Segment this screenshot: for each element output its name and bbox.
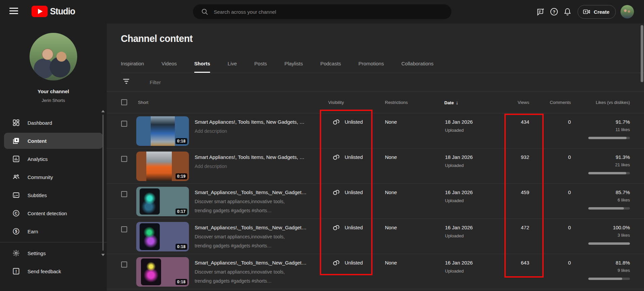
- youtube-play-icon: [32, 6, 48, 17]
- visibility-cell[interactable]: Unlisted: [328, 188, 363, 196]
- video-description[interactable]: Add description: [195, 128, 319, 135]
- unlisted-link-icon: [332, 259, 340, 267]
- header-restrictions[interactable]: Restrictions: [385, 92, 408, 113]
- tab-shorts[interactable]: Shorts: [194, 55, 210, 73]
- video-description[interactable]: Add description: [195, 163, 319, 170]
- thumbnail-image: [141, 258, 161, 285]
- video-info: Smart Appliances!, Tools Items, New Gadg…: [195, 154, 319, 170]
- visibility-cell[interactable]: Unlisted: [328, 118, 363, 126]
- date-value: 16 Jan 2026: [445, 224, 473, 231]
- header-date-sort[interactable]: Date↓: [444, 92, 458, 114]
- sidebar-scrollbar-thumb[interactable]: [102, 115, 104, 251]
- likes-ratio-bar: [588, 207, 630, 210]
- sidebar-item-earn[interactable]: $Earn: [4, 223, 103, 239]
- feedback-comment-icon[interactable]: [534, 5, 547, 18]
- header-likes[interactable]: Likes (vs dislikes): [596, 92, 630, 113]
- sidebar-item-send-feedback[interactable]: !Send feedback: [4, 263, 103, 279]
- visibility-value: Unlisted: [345, 119, 363, 125]
- table-row: 0:18Smart_Appliances!,_Tools_Items,_New_…: [107, 219, 644, 254]
- likes-percent: 81.8%: [588, 259, 630, 267]
- sidebar-scrollbar[interactable]: [101, 110, 105, 256]
- visibility-cell[interactable]: Unlisted: [328, 153, 363, 161]
- video-title[interactable]: Smart Appliances!, Tools Items, New Gadg…: [195, 118, 319, 126]
- sidebar-item-label: Analytics: [28, 156, 48, 162]
- header-visibility[interactable]: Visibility: [328, 92, 344, 113]
- help-icon[interactable]: ?: [547, 5, 561, 18]
- notifications-bell-icon[interactable]: [561, 5, 574, 18]
- youtube-studio-logo[interactable]: Studio: [32, 6, 77, 17]
- tab-collaborations[interactable]: Collaborations: [401, 55, 434, 73]
- unlisted-link-icon: [332, 153, 340, 161]
- create-button[interactable]: Create: [578, 5, 616, 19]
- video-title[interactable]: Smart Appliances!, Tools Items, New Gadg…: [195, 154, 319, 161]
- sidebar-item-content[interactable]: Content: [4, 133, 103, 149]
- row-checkbox[interactable]: [121, 156, 127, 162]
- filter-input[interactable]: Filter: [150, 73, 161, 92]
- date-value: 18 Jan 2026: [445, 154, 473, 161]
- studio-logo-text: Studio: [50, 6, 75, 17]
- visibility-value: Unlisted: [345, 225, 363, 230]
- channel-avatar[interactable]: [30, 33, 77, 80]
- dashboard-icon: [12, 119, 20, 127]
- tab-podcasts[interactable]: Podcasts: [320, 55, 341, 73]
- visibility-value: Unlisted: [345, 189, 363, 195]
- sidebar-item-subtitles[interactable]: Subtitles: [4, 187, 103, 203]
- duration-badge: 0:18: [176, 138, 187, 144]
- video-thumbnail[interactable]: 0:18: [136, 257, 189, 287]
- content-icon: [12, 137, 20, 145]
- visibility-cell[interactable]: Unlisted: [328, 224, 363, 231]
- sidebar-item-analytics[interactable]: Analytics: [4, 151, 103, 167]
- sidebar-item-community[interactable]: Community: [4, 169, 103, 185]
- video-title[interactable]: Smart_Appliances!,_Tools_Items,_New_Gadg…: [195, 259, 319, 267]
- tab-posts[interactable]: Posts: [254, 55, 267, 73]
- video-title[interactable]: Smart_Appliances!,_Tools_Items,_New_Gadg…: [195, 189, 319, 196]
- likes-count: 3 likes: [588, 233, 630, 238]
- search-icon: [201, 8, 208, 15]
- sidebar-item-settings[interactable]: Settings: [4, 245, 103, 261]
- filter-icon[interactable]: [123, 79, 130, 85]
- page-scrollbar-thumb[interactable]: [641, 25, 643, 82]
- likes-cell: 81.8%9 likes: [588, 259, 630, 280]
- row-checkbox[interactable]: [121, 121, 127, 127]
- tab-playlists[interactable]: Playlists: [284, 55, 303, 73]
- tab-promotions[interactable]: Promotions: [358, 55, 384, 73]
- video-thumbnail[interactable]: 0:19: [136, 152, 189, 181]
- account-avatar[interactable]: [621, 5, 634, 18]
- row-checkbox[interactable]: [121, 261, 127, 268]
- header-views[interactable]: Views: [518, 92, 529, 113]
- main-content: Channel content InspirationVideosShortsL…: [107, 23, 644, 291]
- svg-text:C: C: [15, 211, 17, 215]
- sidebar-item-dashboard[interactable]: Dashboard: [4, 115, 103, 131]
- sort-down-arrow-icon: ↓: [456, 100, 458, 105]
- header-comments[interactable]: Comments: [550, 92, 571, 113]
- tab-live[interactable]: Live: [228, 55, 237, 73]
- visibility-cell[interactable]: Unlisted: [328, 259, 363, 267]
- gear-icon: [12, 249, 20, 257]
- video-description: trending gadgets #gadgets #shorts…: [195, 278, 319, 285]
- row-checkbox[interactable]: [121, 226, 127, 232]
- video-thumbnail[interactable]: 0:18: [136, 222, 189, 251]
- scroll-down-icon[interactable]: [101, 254, 105, 256]
- tab-inspiration[interactable]: Inspiration: [121, 55, 144, 73]
- search-input[interactable]: Search across your channel: [193, 4, 451, 19]
- views-value: 643: [521, 259, 529, 267]
- video-info: Smart_Appliances!,_Tools_Items,_New_Gadg…: [195, 259, 319, 285]
- sidebar-nav: DashboardContentAnalyticsCommunitySubtit…: [0, 113, 107, 281]
- tab-videos[interactable]: Videos: [161, 55, 177, 73]
- date-status: Uploaded: [445, 163, 473, 168]
- scroll-up-icon[interactable]: [101, 110, 105, 112]
- thumbnail-image: [146, 152, 172, 181]
- select-all-checkbox[interactable]: [121, 99, 127, 105]
- menu-icon[interactable]: [9, 8, 18, 16]
- row-checkbox[interactable]: [121, 191, 127, 197]
- video-thumbnail[interactable]: 0:17: [136, 187, 189, 216]
- likes-ratio-bar: [588, 172, 630, 174]
- video-info: Smart_Appliances!,_Tools_Items,_New_Gadg…: [195, 189, 319, 214]
- video-title[interactable]: Smart_Appliances!,_Tools_Items,_New_Gadg…: [195, 224, 319, 231]
- table-row: 0:19Smart Appliances!, Tools Items, New …: [107, 149, 644, 184]
- sidebar-item-content-detection[interactable]: CContent detection: [4, 205, 103, 221]
- sidebar-item-label: Send feedback: [28, 269, 61, 274]
- analytics-icon: [12, 155, 20, 163]
- video-thumbnail[interactable]: 0:18: [136, 116, 189, 146]
- duration-badge: 0:18: [176, 279, 187, 285]
